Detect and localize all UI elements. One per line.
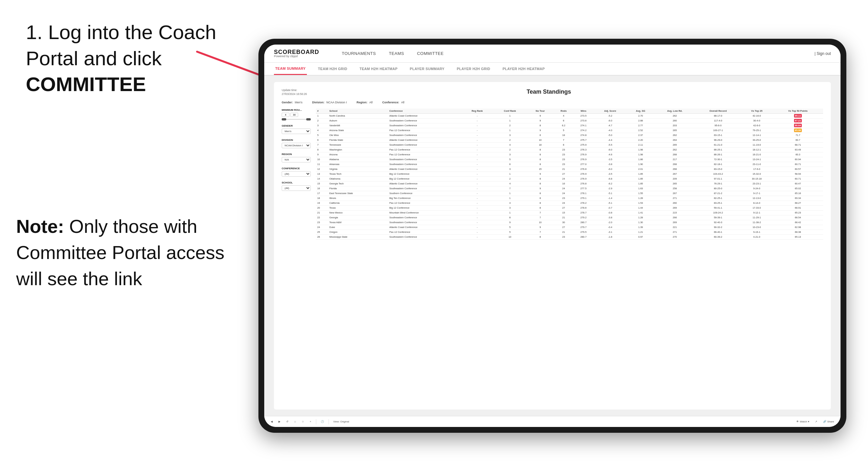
cell-conf-rank: 2: [493, 176, 527, 181]
table-row: 21 New Mexico Mountain West Conference -…: [316, 210, 823, 215]
cell-avg-low: 260: [654, 200, 695, 206]
cell-vs-top25: 10-23-0: [741, 225, 773, 229]
cell-school: Auburn: [328, 118, 388, 123]
sign-out-link[interactable]: | Sign out: [815, 51, 831, 56]
cell-rank: 26: [316, 235, 328, 239]
cell-vs-top50: 60.47: [773, 181, 823, 186]
cell-overall: 87-21-2: [695, 191, 741, 196]
nav-teams[interactable]: TEAMS: [389, 50, 404, 57]
toolbar-back[interactable]: ◀: [270, 419, 274, 424]
cell-wins: 278.7: [574, 210, 593, 215]
top-nav: SCOREBOARD Powered by clippd TOURNAMENTS…: [264, 44, 841, 63]
cell-adj-score: -6.0: [593, 167, 627, 172]
cell-adj-score: -0.7: [593, 206, 627, 210]
cell-rnds: 27: [554, 172, 574, 176]
cell-wins: 280.7: [574, 235, 593, 239]
cell-conf-rank: 1: [493, 196, 527, 200]
cell-conference: Big 12 Conference: [388, 206, 461, 210]
cell-wins: 276.9: [574, 176, 593, 181]
cell-rnds: 6: [554, 118, 574, 123]
toolbar-export[interactable]: ↗: [814, 419, 818, 424]
cell-rank: 19: [316, 200, 328, 206]
table-row: 26 Mississippi State Southeastern Confer…: [316, 235, 823, 239]
cell-rnds: 16: [554, 181, 574, 186]
toolbar-clock[interactable]: 🕐: [319, 419, 325, 424]
cell-overall: 60-39-2: [695, 235, 741, 239]
cell-reg-rank: -: [461, 143, 493, 147]
division-filter-label: Division: [282, 138, 311, 142]
cell-rank: 24: [316, 225, 328, 229]
division-select[interactable]: NCAA Division I: [282, 143, 311, 148]
toolbar-share[interactable]: 🔗 Share: [822, 419, 835, 424]
cell-overall: 97-01-1: [695, 176, 741, 181]
tab-team-summary[interactable]: TEAM SUMMARY: [274, 63, 307, 75]
cell-no-tour: 8: [527, 181, 554, 186]
table-row: 11 Arkansas Southeastern Conference - 6 …: [316, 162, 823, 167]
max-rounds-input[interactable]: [290, 113, 298, 117]
cell-avg-sg: 2.52: [627, 128, 654, 133]
gender-select[interactable]: Men's: [282, 128, 311, 134]
cell-rnds: 15: [554, 210, 574, 215]
cell-no-tour: 8: [527, 235, 554, 239]
cell-rnds: 23: [554, 157, 574, 162]
toolbar-separator-2: [329, 419, 329, 424]
table-row: 8 Washington Pac-12 Conference - 2 8 23 …: [316, 147, 823, 152]
cell-conf-rank: 8: [493, 215, 527, 220]
cell-rank: 7: [316, 143, 328, 147]
cell-vs-top25: 12-14-1: [741, 133, 773, 137]
filter-gender: Gender Men's: [282, 124, 311, 134]
tab-player-summary[interactable]: PLAYER SUMMARY: [409, 63, 446, 75]
cell-avg-sg: 1.28: [627, 196, 654, 200]
cell-conf-rank: 5: [493, 225, 527, 229]
cell-vs-top50: 68.38: [773, 229, 823, 235]
cell-school: East Tennessee State: [328, 191, 388, 196]
cell-rank: 11: [316, 162, 328, 167]
rounds-slider[interactable]: [282, 119, 311, 120]
left-filters: Minimum Rou...: [282, 108, 311, 394]
cell-rnds: 5: [554, 128, 574, 133]
cell-avg-sg: 1.30: [627, 220, 654, 225]
toolbar-forward[interactable]: ▶: [277, 419, 282, 424]
tab-team-h2h-heatmap[interactable]: TEAM H2H HEATMAP: [358, 63, 399, 75]
cell-rank: 9: [316, 152, 328, 157]
toolbar-bookmark[interactable]: ☆: [301, 419, 305, 424]
cell-overall: 61-21-0: [695, 143, 741, 147]
cell-vs-top50: 68.71: [773, 143, 823, 147]
gender-filter-label: Gender: [282, 124, 311, 127]
toolbar-add[interactable]: +: [309, 419, 313, 424]
conference-select[interactable]: (All): [282, 171, 311, 177]
cell-overall: 109-24-2: [695, 210, 741, 215]
cell-vs-top25: 42-6-0: [741, 123, 773, 128]
toolbar-reload[interactable]: ↺: [285, 419, 290, 424]
tab-team-h2h-grid[interactable]: TEAM H2H GRID: [317, 63, 348, 75]
table-row: 19 California Pac-12 Conference - 4 8 24…: [316, 200, 823, 206]
region-select[interactable]: N/A: [282, 157, 311, 162]
min-rounds-input[interactable]: [282, 113, 289, 117]
cell-avg-sg: 1.86: [627, 157, 654, 162]
cell-vs-top25: 9-17-1: [741, 191, 773, 196]
cell-reg-rank: -: [461, 113, 493, 118]
cell-reg-rank: -: [461, 229, 493, 235]
col-conference: Conference: [388, 108, 461, 114]
toolbar-watch[interactable]: 👁 Watch ▾: [795, 419, 810, 424]
cell-reg-rank: -: [461, 181, 493, 186]
tab-player-h2h-heatmap[interactable]: PLAYER H2H HEATMAP: [501, 63, 546, 75]
cell-overall: 66-40-1: [695, 229, 741, 235]
cell-conference: Southeastern Conference: [388, 118, 461, 123]
tab-player-h2h-grid[interactable]: PLAYER H2H GRID: [456, 63, 492, 75]
cell-avg-low: 221: [654, 225, 695, 229]
cell-overall: 83-25-1: [695, 200, 741, 206]
table-row: 5 Ole Miss Southeastern Conference - 3 6…: [316, 133, 823, 137]
table-row: 13 Texas Tech Big 12 Conference - 1 9 27…: [316, 172, 823, 176]
cell-wins: 279.1: [574, 196, 593, 200]
scoreboard-logo: SCOREBOARD Powered by clippd: [274, 49, 319, 58]
nav-committee[interactable]: COMMITTEE: [417, 50, 444, 57]
school-select[interactable]: (All): [282, 185, 311, 191]
cell-avg-low: 265: [654, 128, 695, 133]
table-row: 2 Auburn Southeastern Conference - 1 9 6…: [316, 118, 823, 123]
nav-tournaments[interactable]: TOURNAMENTS: [342, 50, 376, 57]
toolbar-home[interactable]: ⌂: [293, 419, 297, 424]
content-layout: Minimum Rou...: [282, 108, 823, 394]
cell-wins: 276.8: [574, 167, 593, 172]
toolbar-view-original[interactable]: View: Original: [332, 419, 350, 424]
